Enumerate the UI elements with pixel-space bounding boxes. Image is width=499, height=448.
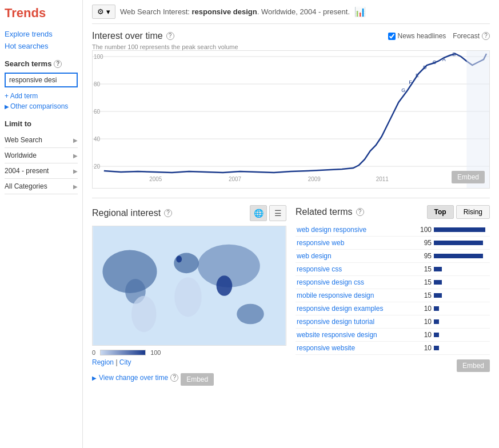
svg-text:B: B bbox=[453, 51, 456, 57]
related-term-row: responsive design examples 10 bbox=[296, 302, 490, 315]
related-term-link[interactable]: responsive design tutorial bbox=[297, 318, 374, 326]
term-score: 95 bbox=[414, 250, 433, 263]
tab-top[interactable]: Top bbox=[427, 205, 454, 219]
related-embed-button[interactable]: Embed bbox=[457, 359, 490, 372]
interest-section: Interest over time ? News headlines Fore… bbox=[92, 31, 490, 189]
news-headlines-input[interactable] bbox=[388, 33, 396, 40]
term-bar bbox=[433, 342, 490, 355]
map-svg bbox=[93, 226, 286, 345]
sidebar: Trends Explore trends Hot searches Searc… bbox=[0, 0, 83, 448]
limit-date-range[interactable]: 2004 - present ▶ bbox=[5, 163, 78, 179]
term-bar bbox=[433, 329, 490, 342]
related-title: Related terms bbox=[296, 207, 353, 217]
sidebar-item-explore-trends[interactable]: Explore trends bbox=[5, 30, 78, 38]
related-term-row: mobile responsive design 15 bbox=[296, 289, 490, 302]
term-score: 10 bbox=[414, 329, 433, 342]
chart-container: 100 80 60 40 20 2005 2007 2009 2011 2013 bbox=[93, 51, 489, 188]
search-terms-help-icon[interactable]: ? bbox=[54, 60, 62, 68]
chevron-right-icon: ▶ bbox=[73, 153, 78, 159]
other-comparisons-button[interactable]: ▶ Other comparisons bbox=[5, 102, 78, 110]
city-link[interactable]: City bbox=[119, 358, 131, 366]
related-term-row: responsive css 15 bbox=[296, 263, 490, 276]
list-view-button[interactable]: ☰ bbox=[269, 205, 286, 221]
add-term-button[interactable]: + Add term bbox=[5, 92, 78, 100]
svg-point-32 bbox=[176, 256, 182, 263]
regional-panel: Regional interest ? 🌐 ☰ bbox=[92, 205, 286, 386]
related-term-link[interactable]: responsive design css bbox=[297, 278, 364, 286]
related-term-row: responsive design css 15 bbox=[296, 276, 490, 289]
related-term-link[interactable]: responsive css bbox=[297, 265, 342, 273]
view-change-link[interactable]: ▶ View change over time ? Embed bbox=[92, 370, 286, 386]
chevron-right-icon: ▶ bbox=[73, 168, 78, 174]
search-term-box[interactable]: responsive desi bbox=[5, 73, 78, 87]
view-change-help-icon[interactable]: ? bbox=[170, 374, 178, 382]
svg-text:2005: 2005 bbox=[149, 176, 162, 182]
interest-help-icon[interactable]: ? bbox=[166, 32, 174, 40]
term-bar bbox=[433, 237, 490, 250]
sidebar-nav: Explore trends Hot searches bbox=[5, 30, 78, 50]
term-score: 100 bbox=[414, 223, 433, 237]
search-terms-heading: Search terms ? bbox=[5, 59, 78, 68]
embed-chart-button[interactable]: Embed bbox=[452, 171, 485, 183]
forecast-label: Forecast ? bbox=[453, 32, 490, 40]
related-term-link[interactable]: web design bbox=[297, 252, 332, 260]
related-term-link[interactable]: mobile responsive design bbox=[297, 291, 374, 299]
sidebar-item-hot-searches[interactable]: Hot searches bbox=[5, 42, 78, 50]
related-term-link[interactable]: website responsive design bbox=[297, 331, 377, 339]
limit-worldwide[interactable]: Worldwide ▶ bbox=[5, 148, 78, 163]
svg-text:40: 40 bbox=[94, 136, 100, 142]
settings-button[interactable]: ⚙ ▾ bbox=[92, 5, 115, 19]
related-term-row: responsive design tutorial 10 bbox=[296, 315, 490, 329]
svg-point-27 bbox=[174, 253, 199, 274]
related-term-row: responsive web 95 bbox=[296, 237, 490, 250]
svg-point-31 bbox=[237, 304, 264, 325]
related-term-link[interactable]: responsive design examples bbox=[297, 305, 383, 313]
limit-section: Limit to Web Search ▶ Worldwide ▶ 2004 -… bbox=[5, 119, 78, 194]
related-term-link[interactable]: web design responsive bbox=[297, 226, 366, 234]
svg-text:G: G bbox=[401, 87, 405, 93]
svg-text:60: 60 bbox=[94, 109, 100, 115]
app-title: Trends bbox=[5, 6, 78, 21]
related-tabs: Top Rising bbox=[427, 205, 490, 219]
gear-icon: ⚙ bbox=[97, 7, 104, 16]
svg-text:C: C bbox=[433, 59, 437, 65]
svg-text:2011: 2011 bbox=[376, 176, 389, 182]
related-term-link[interactable]: responsive web bbox=[297, 239, 344, 247]
forecast-help-icon[interactable]: ? bbox=[482, 32, 490, 40]
regional-embed-button[interactable]: Embed bbox=[181, 373, 214, 386]
tab-rising[interactable]: Rising bbox=[456, 205, 490, 219]
globe-view-button[interactable]: 🌐 bbox=[250, 205, 267, 221]
svg-text:F: F bbox=[409, 79, 412, 85]
term-bar bbox=[433, 263, 490, 276]
svg-point-28 bbox=[174, 277, 202, 317]
dropdown-arrow-icon: ▾ bbox=[106, 7, 110, 16]
bottom-section: Regional interest ? 🌐 ☰ bbox=[92, 205, 490, 386]
region-link[interactable]: Region bbox=[92, 358, 114, 366]
news-headlines-checkbox[interactable]: News headlines bbox=[388, 32, 446, 40]
term-score: 10 bbox=[414, 302, 433, 315]
main-content: ⚙ ▾ Web Search Interest: responsive desi… bbox=[83, 0, 499, 448]
legend-gradient bbox=[100, 350, 146, 355]
term-bar bbox=[433, 315, 490, 329]
related-terms-table: web design responsive 100 responsive web… bbox=[296, 223, 490, 355]
svg-text:A: A bbox=[442, 57, 446, 62]
related-help-icon[interactable]: ? bbox=[356, 208, 364, 216]
svg-text:20: 20 bbox=[94, 163, 100, 170]
svg-point-30 bbox=[217, 275, 233, 296]
chevron-right-icon: ▶ bbox=[73, 183, 78, 190]
regional-title: Regional interest bbox=[92, 208, 161, 218]
limit-all-categories[interactable]: All Categories ▶ bbox=[5, 179, 78, 194]
limit-web-search[interactable]: Web Search ▶ bbox=[5, 133, 78, 148]
svg-text:2009: 2009 bbox=[308, 176, 321, 182]
related-term-row: web design responsive 100 bbox=[296, 223, 490, 237]
chevron-right-icon: ▶ bbox=[73, 137, 78, 143]
export-icon[interactable]: 📊 bbox=[354, 6, 366, 17]
regional-help-icon[interactable]: ? bbox=[164, 209, 172, 217]
related-header: Related terms ? Top Rising bbox=[296, 205, 490, 219]
chart-svg: 100 80 60 40 20 2005 2007 2009 2011 2013 bbox=[93, 51, 489, 188]
related-term-link[interactable]: responsive website bbox=[297, 344, 355, 352]
svg-text:80: 80 bbox=[94, 81, 100, 87]
term-score: 10 bbox=[414, 315, 433, 329]
regional-header: Regional interest ? 🌐 ☰ bbox=[92, 205, 286, 221]
svg-point-26 bbox=[131, 296, 157, 332]
